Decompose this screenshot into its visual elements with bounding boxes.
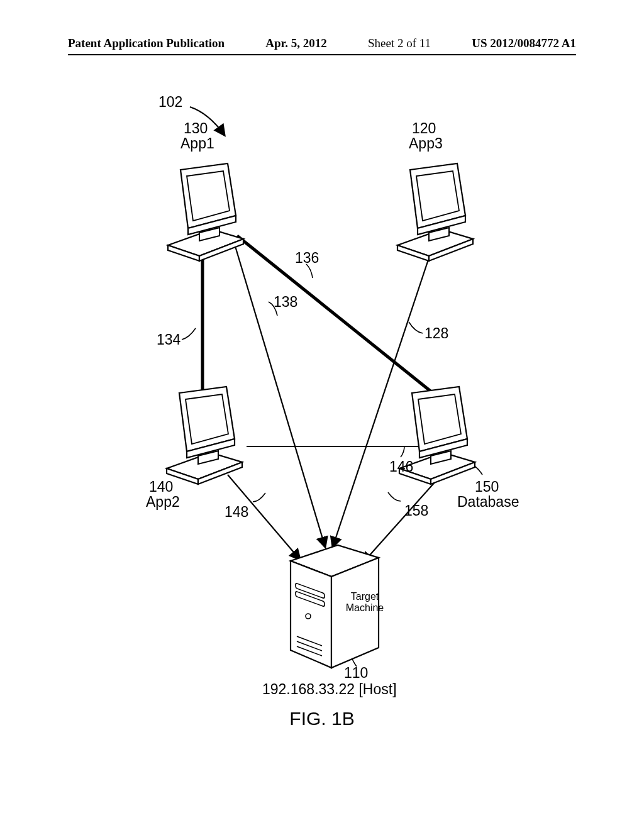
ref-102: 102 (158, 94, 182, 110)
ref-150: 150 (475, 479, 499, 495)
page-header: Patent Application Publication Apr. 5, 2… (0, 36, 644, 50)
svg-point-40 (306, 614, 311, 619)
ref-158: 158 (404, 503, 428, 519)
svg-line-1 (237, 236, 445, 402)
node-app3 (391, 160, 479, 258)
ref-148: 148 (225, 504, 248, 520)
label-app2: App2 (146, 494, 180, 510)
figure-caption: FIG. 1B (92, 708, 552, 729)
document-number: US 2012/0084772 A1 (472, 36, 576, 50)
label-target: Target Machine (343, 591, 387, 614)
monitor-icon (160, 384, 248, 481)
monitor-icon (391, 160, 479, 258)
label-host: 192.168.33.22 [Host] (262, 682, 397, 697)
ref-120: 120 (412, 121, 436, 136)
label-app3: App3 (409, 136, 443, 152)
sheet-number: Sheet 2 of 11 (368, 36, 431, 50)
publication-label: Patent Application Publication (68, 36, 225, 50)
label-app1: App1 (180, 136, 214, 152)
ref-134: 134 (157, 332, 180, 348)
publication-date: Apr. 5, 2012 (265, 36, 326, 50)
diagram-stage: 102 130 App1 120 App3 (92, 94, 552, 729)
label-database: Database (457, 494, 519, 510)
ref-146: 146 (389, 459, 413, 475)
header-rule (68, 54, 576, 55)
ref-130: 130 (184, 121, 208, 136)
ref-140: 140 (149, 479, 173, 495)
ref-136: 136 (295, 250, 319, 266)
node-app1 (162, 160, 250, 258)
ref-128: 128 (425, 326, 448, 341)
ref-110: 110 (344, 665, 368, 681)
node-app2 (160, 384, 248, 481)
monitor-icon (162, 160, 250, 258)
ref-138: 138 (274, 294, 297, 310)
